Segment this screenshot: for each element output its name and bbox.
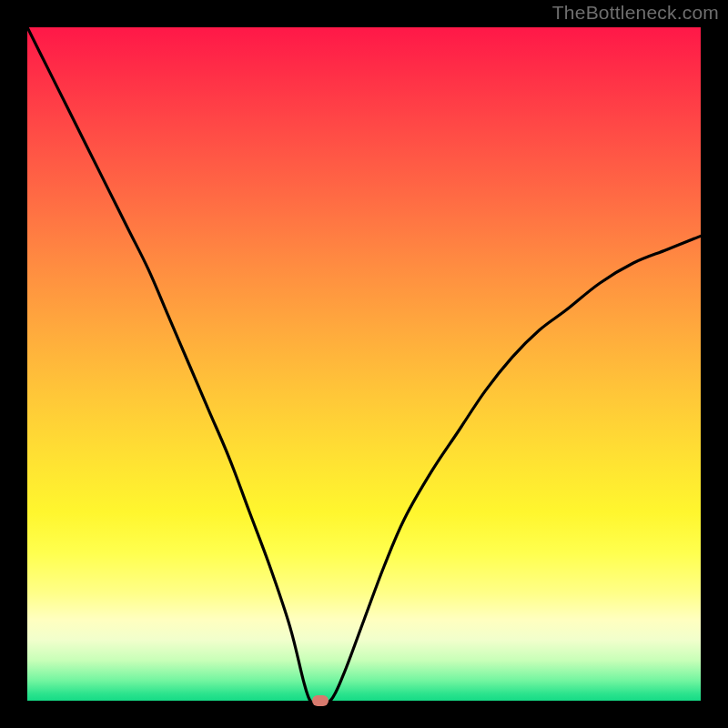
optimal-marker [312,695,329,706]
chart-frame: TheBottleneck.com [0,0,728,728]
watermark-text: TheBottleneck.com [552,2,719,24]
bottleneck-curve [27,27,701,701]
